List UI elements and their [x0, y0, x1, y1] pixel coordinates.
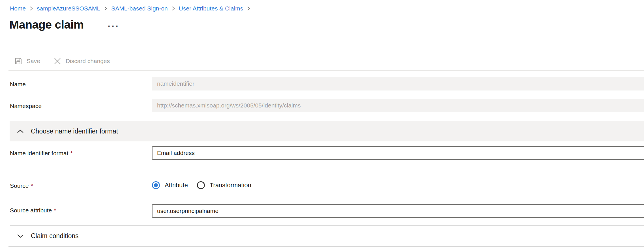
namespace-input[interactable]	[152, 99, 644, 112]
source-attribute-label-text: Source attribute	[10, 207, 52, 214]
chevron-down-icon	[17, 234, 24, 238]
source-label-text: Source	[10, 182, 29, 189]
toolbar-divider	[8, 70, 644, 71]
radio-unselected-icon	[197, 181, 205, 189]
chevron-right-icon	[29, 6, 33, 11]
source-attribute-combobox[interactable]	[152, 204, 644, 218]
radio-attribute-label: Attribute	[165, 182, 188, 189]
more-options-button[interactable]: ···	[108, 22, 120, 31]
name-identifier-format-label: Name identifier format*	[10, 150, 73, 157]
chevron-right-icon	[247, 6, 250, 11]
section-claim-conditions[interactable]: Claim conditions	[10, 226, 644, 246]
manage-claim-page: Home sampleAzureSSOSAML SAML-based Sign-…	[0, 0, 644, 250]
required-marker: *	[70, 150, 73, 156]
discard-changes-button[interactable]: Discard changes	[53, 57, 110, 65]
radio-attribute[interactable]: Attribute	[152, 181, 188, 189]
row-divider	[8, 246, 644, 247]
chevron-up-icon	[17, 129, 24, 133]
breadcrumb-link-user-attributes-claims[interactable]: User Attributes & Claims	[179, 4, 243, 13]
section-title: Choose name identifier format	[31, 128, 118, 135]
radio-transformation-label: Transformation	[210, 182, 251, 189]
name-field-label: Name	[10, 81, 26, 88]
discard-changes-label: Discard changes	[66, 58, 110, 64]
name-identifier-format-label-text: Name identifier format	[10, 150, 68, 156]
chevron-right-icon	[104, 6, 108, 11]
source-label: Source*	[10, 182, 33, 189]
breadcrumb: Home sampleAzureSSOSAML SAML-based Sign-…	[10, 4, 254, 13]
breadcrumb-link-home[interactable]: Home	[10, 4, 26, 13]
row-divider	[10, 173, 644, 173]
name-input[interactable]	[152, 77, 644, 90]
save-label: Save	[27, 58, 40, 64]
radio-selected-icon	[152, 181, 160, 189]
command-bar: Save Discard changes	[14, 54, 110, 68]
save-icon	[14, 57, 23, 65]
namespace-field-label: Namespace	[10, 102, 42, 110]
chevron-right-icon	[171, 6, 175, 11]
source-radio-group: Attribute Transformation	[152, 181, 251, 189]
source-attribute-label: Source attribute*	[10, 207, 56, 214]
close-icon	[53, 57, 62, 65]
breadcrumb-link-app[interactable]: sampleAzureSSOSAML	[37, 4, 100, 13]
name-identifier-format-combobox[interactable]	[152, 146, 644, 160]
section-title: Claim conditions	[31, 232, 79, 240]
required-marker: *	[31, 182, 33, 189]
page-title: Manage claim	[9, 18, 84, 31]
required-marker: *	[54, 207, 56, 214]
breadcrumb-link-saml-signon[interactable]: SAML-based Sign-on	[111, 4, 168, 13]
save-button[interactable]: Save	[14, 57, 40, 65]
section-choose-name-identifier-format[interactable]: Choose name identifier format	[10, 121, 644, 141]
radio-transformation[interactable]: Transformation	[197, 181, 251, 189]
